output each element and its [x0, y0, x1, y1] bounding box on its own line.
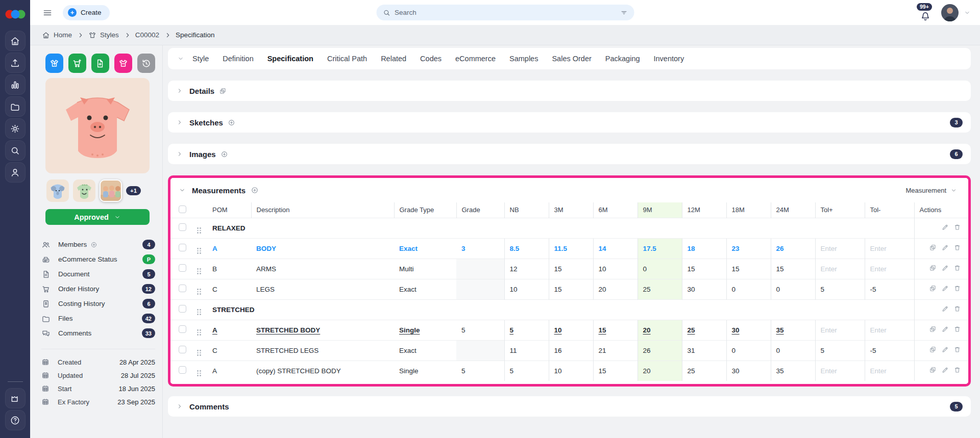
- section-images[interactable]: Images 6: [168, 144, 971, 164]
- chevron-down-icon[interactable]: [177, 55, 184, 62]
- tol-minus-cell[interactable]: Enter: [865, 259, 914, 279]
- add-icon[interactable]: [251, 186, 259, 194]
- size-cell-24m[interactable]: 26: [771, 238, 815, 259]
- size-cell-12m[interactable]: 30: [682, 279, 726, 299]
- chevron-down-icon[interactable]: [964, 9, 971, 16]
- pencil-icon[interactable]: [941, 366, 949, 374]
- breadcrumb-style-code[interactable]: C00002: [135, 31, 159, 39]
- product-main-image[interactable]: [45, 78, 150, 173]
- grade-cell[interactable]: 5: [456, 320, 504, 340]
- size-cell-18m[interactable]: 0: [726, 340, 771, 360]
- pencil-icon[interactable]: [941, 285, 949, 292]
- app-logo[interactable]: [5, 7, 26, 21]
- pencil-icon[interactable]: [941, 264, 949, 272]
- size-cell-9m[interactable]: 20: [638, 320, 682, 340]
- size-cell-18m[interactable]: 30: [726, 320, 771, 340]
- copy-icon[interactable]: [219, 87, 227, 95]
- pencil-icon[interactable]: [941, 244, 949, 251]
- size-cell-24m[interactable]: 35: [771, 320, 815, 340]
- size-cell-nb[interactable]: 8.5: [504, 238, 549, 259]
- tol-minus-cell[interactable]: Enter: [865, 320, 914, 340]
- trash-icon[interactable]: [953, 346, 961, 353]
- thumbnail-blue-onesie[interactable]: [46, 179, 69, 202]
- filter-icon[interactable]: [620, 9, 628, 17]
- tab-definition[interactable]: Definition: [223, 55, 253, 63]
- tol-plus-cell[interactable]: Enter: [815, 238, 865, 259]
- search-input[interactable]: Search: [376, 5, 634, 20]
- pencil-icon[interactable]: [941, 325, 949, 333]
- add-icon[interactable]: [228, 119, 235, 126]
- size-cell-3m[interactable]: 15: [549, 259, 593, 279]
- tol-plus-cell[interactable]: 5: [815, 279, 865, 299]
- size-cell-12m[interactable]: 18: [682, 238, 726, 259]
- drag-handle[interactable]: [197, 289, 201, 295]
- row-checkbox[interactable]: [179, 346, 186, 353]
- history-button[interactable]: [137, 54, 155, 73]
- select-all-checkbox[interactable]: [179, 205, 186, 213]
- plus-circle-icon[interactable]: [90, 241, 97, 248]
- chevron-down-icon[interactable]: [179, 187, 186, 194]
- doc-add-button[interactable]: [91, 54, 109, 73]
- trash-icon[interactable]: [953, 264, 961, 272]
- tab-samples[interactable]: Samples: [509, 55, 538, 63]
- size-cell-6m[interactable]: 21: [593, 340, 638, 360]
- tol-plus-cell[interactable]: Enter: [815, 320, 865, 340]
- size-cell-6m[interactable]: 15: [593, 360, 638, 381]
- sidebar-item-home[interactable]: [5, 31, 26, 51]
- drag-handle[interactable]: [197, 227, 201, 234]
- size-cell-12m[interactable]: 31: [682, 340, 726, 360]
- size-cell-3m[interactable]: 10: [549, 320, 593, 340]
- size-cell-9m[interactable]: 25: [638, 279, 682, 299]
- create-button[interactable]: + Create: [63, 5, 110, 20]
- status-dropdown-approved[interactable]: Approved: [45, 209, 150, 225]
- section-sketches[interactable]: Sketches 3: [168, 112, 971, 133]
- more-images-badge[interactable]: +1: [126, 186, 141, 195]
- row-checkbox[interactable]: [179, 325, 186, 333]
- size-cell-3m[interactable]: 10: [549, 360, 593, 381]
- drag-handle[interactable]: [197, 370, 201, 376]
- size-cell-24m[interactable]: 15: [771, 259, 815, 279]
- tab-specification[interactable]: Specification: [267, 55, 313, 63]
- drag-handle[interactable]: [197, 329, 201, 336]
- sidebar-item-bar-chart[interactable]: [5, 74, 26, 95]
- tab-related[interactable]: Related: [381, 55, 406, 63]
- notifications-button[interactable]: 99+: [915, 3, 936, 23]
- drag-handle[interactable]: [197, 268, 201, 274]
- copy-icon[interactable]: [929, 264, 937, 272]
- size-cell-24m[interactable]: 35: [771, 360, 815, 381]
- tol-minus-cell[interactable]: Enter: [865, 360, 914, 381]
- drag-handle[interactable]: [197, 248, 201, 254]
- copy-icon[interactable]: [929, 346, 937, 353]
- panel-link-files[interactable]: Files42: [41, 311, 155, 326]
- trash-icon[interactable]: [953, 223, 961, 231]
- measurement-unit-dropdown[interactable]: Measurement: [906, 187, 960, 194]
- tab-codes[interactable]: Codes: [420, 55, 442, 63]
- size-cell-18m[interactable]: 23: [726, 238, 771, 259]
- add-icon[interactable]: [220, 150, 228, 158]
- size-cell-nb[interactable]: 11: [504, 340, 549, 360]
- tol-minus-cell[interactable]: -5: [865, 340, 914, 360]
- panel-link-costing-history[interactable]: Costing History6: [41, 296, 155, 311]
- size-cell-nb[interactable]: 12: [504, 259, 549, 279]
- copy-icon[interactable]: [929, 325, 937, 333]
- grade-cell[interactable]: [456, 340, 504, 360]
- trash-icon[interactable]: [953, 325, 961, 333]
- size-cell-18m[interactable]: 15: [726, 259, 771, 279]
- size-cell-18m[interactable]: 30: [726, 360, 771, 381]
- copy-icon[interactable]: [929, 285, 937, 292]
- pencil-icon[interactable]: [941, 305, 949, 313]
- copy-icon[interactable]: [929, 244, 937, 251]
- row-checkbox[interactable]: [179, 223, 186, 231]
- tab-packaging[interactable]: Packaging: [605, 55, 640, 63]
- tol-plus-cell[interactable]: Enter: [815, 360, 865, 381]
- sidebar-item-help[interactable]: [5, 410, 26, 430]
- sidebar-item-search[interactable]: [5, 140, 26, 161]
- sidebar-item-settings[interactable]: [5, 118, 26, 139]
- user-avatar[interactable]: [941, 4, 959, 21]
- size-cell-9m[interactable]: 0: [638, 259, 682, 279]
- thumbnail-babies-photo[interactable]: [100, 179, 122, 202]
- size-cell-nb[interactable]: 5: [504, 360, 549, 381]
- drag-handle[interactable]: [197, 350, 201, 356]
- tab-sales-order[interactable]: Sales Order: [552, 55, 591, 63]
- panel-link-members[interactable]: Members4: [41, 237, 155, 252]
